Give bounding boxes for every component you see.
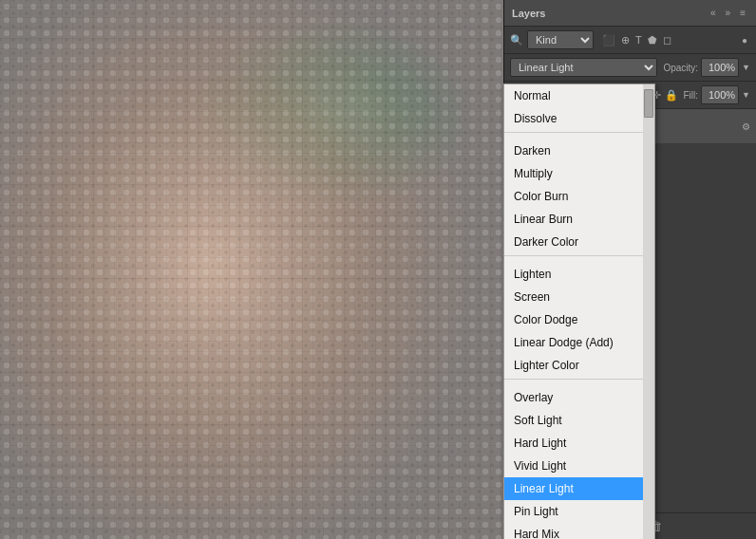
separator-3 — [504, 379, 643, 384]
panel-controls: « » ≡ — [708, 7, 748, 19]
menu-button[interactable]: ≡ — [737, 7, 748, 19]
blend-option-dissolve[interactable]: Dissolve — [504, 107, 643, 130]
panel-header: Layers « » ≡ — [504, 0, 756, 27]
blend-option-linear-light[interactable]: Linear Light — [504, 477, 643, 500]
dropdown-scrollbar-thumb[interactable] — [644, 89, 653, 118]
collapse-button[interactable]: « — [708, 7, 719, 19]
filter-select[interactable]: Kind — [527, 30, 594, 49]
opacity-input[interactable] — [701, 58, 739, 77]
blend-option-linear-dodge[interactable]: Linear Dodge (Add) — [504, 331, 643, 354]
blend-option-lighten[interactable]: Lighten — [504, 263, 643, 286]
blend-option-linear-burn[interactable]: Linear Burn — [504, 208, 643, 231]
fill-label: Fill: — [684, 90, 699, 101]
dropdown-wrapper: Normal Dissolve Darken Multiply Color Bu… — [504, 84, 654, 539]
blend-option-screen[interactable]: Screen — [504, 286, 643, 308]
canvas-image — [0, 0, 503, 539]
fill-input[interactable] — [701, 85, 739, 104]
blend-mode-dropdown: Normal Dissolve Darken Multiply Color Bu… — [503, 84, 655, 539]
opacity-arrow[interactable]: ▼ — [742, 63, 750, 72]
separator-2 — [504, 255, 643, 261]
separator-1 — [504, 132, 643, 138]
blend-option-soft-light[interactable]: Soft Light — [504, 409, 643, 432]
fill-group: Fill: ▼ — [684, 85, 750, 104]
smartobj-filter-icon[interactable]: ◻ — [662, 33, 672, 47]
expand-button[interactable]: » — [723, 7, 734, 19]
blend-option-hard-light[interactable]: Hard Light — [504, 432, 643, 455]
filter-toggle[interactable]: ● — [739, 34, 750, 46]
blend-option-darken[interactable]: Darken — [504, 139, 643, 162]
filter-row: 🔍 Kind ⬛ ⊕ T ⬟ ◻ ● — [504, 27, 756, 54]
blend-option-lighter-color[interactable]: Lighter Color — [504, 354, 643, 377]
opacity-group: Opacity: ▼ — [663, 58, 750, 77]
layer-options-icon[interactable]: ⚙ — [742, 121, 750, 132]
dropdown-list: Normal Dissolve Darken Multiply Color Bu… — [504, 84, 643, 539]
blend-option-pin-light[interactable]: Pin Light — [504, 500, 643, 523]
blend-option-color-dodge[interactable]: Color Dodge — [504, 308, 643, 331]
blend-option-overlay[interactable]: Overlay — [504, 386, 643, 409]
pixel-filter-icon[interactable]: ⬛ — [601, 33, 616, 47]
lock-all-icon[interactable]: 🔒 — [665, 89, 678, 102]
canvas-area — [0, 0, 503, 539]
blend-option-vivid-light[interactable]: Vivid Light — [504, 455, 643, 477]
blend-mode-select[interactable]: Linear Light — [510, 58, 657, 77]
opacity-label: Opacity: — [663, 63, 698, 73]
filter-label: 🔍 — [510, 34, 523, 46]
text-filter-icon[interactable]: T — [634, 33, 643, 47]
fill-arrow[interactable]: ▼ — [742, 90, 750, 100]
panel-title: Layers — [512, 8, 545, 19]
filter-icons: ⬛ ⊕ T ⬟ ◻ — [601, 33, 672, 47]
blend-mode-row: Linear Light Opacity: ▼ — [504, 54, 756, 82]
blend-option-multiply[interactable]: Multiply — [504, 162, 643, 185]
blend-option-color-burn[interactable]: Color Burn — [504, 185, 643, 208]
blend-option-hard-mix[interactable]: Hard Mix — [504, 523, 643, 539]
blend-option-normal[interactable]: Normal — [504, 84, 643, 107]
dropdown-scrollbar[interactable] — [643, 84, 654, 539]
path-filter-icon[interactable]: ⬟ — [647, 33, 658, 47]
adjustment-filter-icon[interactable]: ⊕ — [620, 33, 631, 47]
blend-option-darker-color[interactable]: Darker Color — [504, 231, 643, 253]
